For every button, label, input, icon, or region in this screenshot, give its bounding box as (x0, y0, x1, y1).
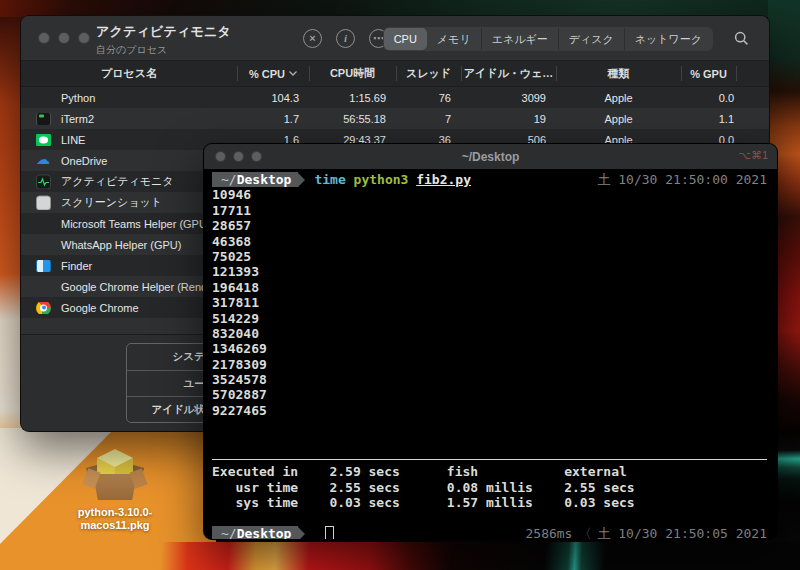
search-icon[interactable] (734, 31, 749, 46)
screenshot-icon (36, 195, 51, 210)
output-line: 9227465 (212, 403, 769, 418)
line-icon (36, 134, 51, 146)
prompt-path-segment: ~/Desktop (212, 172, 298, 187)
tab-energy[interactable]: エネルギー (481, 28, 558, 50)
zoom-window-button[interactable] (251, 151, 262, 162)
column-idle-wake[interactable]: アイドル・ウェ… (461, 61, 556, 86)
powerline-arrow-icon (298, 527, 305, 540)
chrome-icon (36, 302, 51, 314)
quit-process-icon[interactable]: × (303, 29, 322, 48)
table-row[interactable]: Python 104.3 1:15.69 76 3099 Apple 0.0 (21, 87, 769, 108)
window-subtitle: 自分のプロセス (96, 43, 231, 57)
tab-cpu[interactable]: CPU (384, 28, 427, 50)
minimize-window-button[interactable] (233, 151, 244, 162)
time-table-header: Executed in 2.59 secs fish external (212, 464, 769, 479)
sort-chevron-icon (289, 71, 297, 76)
terminal-cursor (325, 526, 334, 540)
output-line: 28657 (212, 218, 769, 233)
output-line: 832040 (212, 326, 769, 341)
prompt-line-current[interactable]: ~/Desktop 2586ms〈土 10/30 21:50:05 2021 (212, 526, 769, 540)
inspect-process-icon[interactable]: i (336, 29, 355, 48)
close-window-button[interactable] (215, 151, 226, 162)
blank-line (212, 511, 769, 526)
tab-disk[interactable]: ディスク (558, 28, 624, 50)
terminal-title: ~/Desktop (462, 150, 520, 164)
iterm2-icon (36, 113, 51, 125)
tab-shortcut-badge: ⌥⌘1 (738, 149, 768, 162)
column-threads[interactable]: スレッド (396, 61, 461, 86)
process-table-header: プロセス名 % CPU CPU時間 スレッド アイドル・ウェ… 種類 % GPU (21, 61, 769, 87)
wallpaper-bottom-stripes (128, 542, 800, 570)
right-prompt-duration: 2586ms〈土 10/30 21:50:05 2021 (525, 526, 769, 540)
column-cpu-time[interactable]: CPU時間 (309, 61, 396, 86)
output-line: 3524578 (212, 372, 769, 387)
output-line: 196418 (212, 280, 769, 295)
column-cpu-percent[interactable]: % CPU (237, 61, 309, 86)
close-window-button[interactable] (38, 32, 50, 44)
tab-network[interactable]: ネットワーク (624, 28, 712, 50)
output-line: 10946 (212, 187, 769, 202)
terminal-content[interactable]: ~/Desktoptime python3 fib2.py 土 10/30 21… (204, 169, 777, 540)
onedrive-icon (36, 155, 51, 167)
terminal-window: ~/Desktop ⌥⌘1 ~/Desktoptime python3 fib2… (203, 143, 778, 540)
package-icon (84, 448, 146, 504)
time-table-row: sys time 0.03 secs 1.57 millis 0.03 secs (212, 495, 769, 510)
output-line: 17711 (212, 203, 769, 218)
table-row[interactable]: iTerm2 1.7 56:55.18 7 19 Apple 1.1 (21, 108, 769, 129)
pkg-file-label: python-3.10.0-macos11.pkg (55, 506, 175, 532)
resource-tab-bar: CPU メモリ エネルギー ディスク ネットワーク (383, 27, 713, 51)
prompt-path-segment: ~/Desktop (212, 526, 298, 540)
blank-line (212, 418, 769, 433)
tab-memory[interactable]: メモリ (427, 28, 481, 50)
desktop-pkg-file[interactable]: python-3.10.0-macos11.pkg (55, 448, 175, 532)
column-kind[interactable]: 種類 (556, 61, 681, 86)
minimize-window-button[interactable] (58, 32, 70, 44)
desktop: python-3.10.0-macos11.pkg アクティビティモニタ 自分の… (0, 0, 800, 570)
column-process-name[interactable]: プロセス名 (21, 61, 237, 86)
zoom-window-button[interactable] (78, 32, 90, 44)
finder-icon (36, 260, 51, 272)
blank-line (212, 434, 769, 449)
activity-monitor-icon (36, 174, 51, 189)
output-line: 5702887 (212, 387, 769, 402)
prompt-line-executed: ~/Desktoptime python3 fib2.py 土 10/30 21… (212, 172, 769, 187)
output-line: 75025 (212, 249, 769, 264)
activity-monitor-titlebar: アクティビティモニタ 自分のプロセス × i ⋯ CPU メモリ エネルギー デ… (21, 16, 769, 61)
time-table-row: usr time 2.55 secs 0.08 millis 2.55 secs (212, 480, 769, 495)
output-line: 1346269 (212, 341, 769, 356)
column-gpu-percent[interactable]: % GPU (681, 61, 736, 86)
output-line: 2178309 (212, 357, 769, 372)
terminal-titlebar: ~/Desktop ⌥⌘1 (204, 144, 777, 169)
output-line: 46368 (212, 234, 769, 249)
output-line: 317811 (212, 295, 769, 310)
window-title: アクティビティモニタ (96, 23, 231, 41)
output-line: 121393 (212, 264, 769, 279)
powerline-arrow-icon (298, 173, 305, 187)
separator-line (212, 449, 769, 464)
output-line: 514229 (212, 311, 769, 326)
right-prompt-clock: 土 10/30 21:50:00 2021 (597, 172, 769, 187)
